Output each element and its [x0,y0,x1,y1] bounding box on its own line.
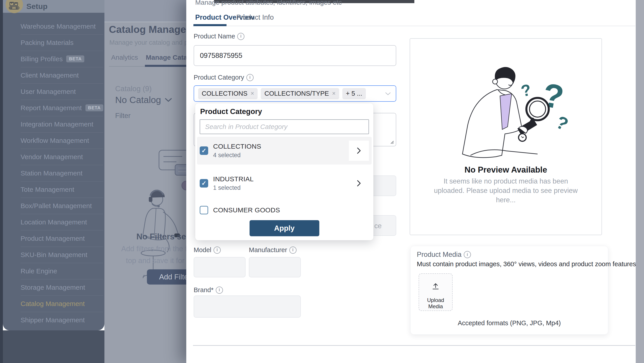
sidebar-item[interactable]: Packing Materials [3,34,104,51]
upload-media-label: Upload Media [419,297,452,310]
sidebar-item[interactable]: Billing Profiles BETA [3,51,104,67]
sidebar-item[interactable]: User Management [3,83,104,100]
catalog-selector-label: No Catalog [115,95,161,105]
checkbox[interactable] [200,179,208,188]
sidebar-item-label: SKU-Bin Management [20,251,87,259]
product-name-input[interactable] [194,45,396,66]
modal-subtitle: Manage product attributes, identifiers, … [195,0,342,6]
tab-product-info[interactable]: Product Info [236,13,274,21]
sidebar-item[interactable]: SKU-Bin Management [3,247,104,263]
sidebar-item[interactable]: Rule Engine [3,263,104,279]
manufacturer-input[interactable] [249,257,301,277]
sidebar-item[interactable]: Workflow Management [3,132,104,149]
no-filters-line1: Add filters from the filt [121,245,192,253]
sidebar-item-label: Integration Management [20,120,93,128]
modal-footer-divider [193,345,635,346]
no-preview-illustration: ? ? ? [444,54,569,159]
sidebar-item[interactable]: Box/Pallet Management [3,198,104,214]
option-texts: INDUSTRIAL 1 selected [213,175,254,191]
chip-label: + 5 ... [346,90,362,97]
upload-icon [432,283,440,290]
sidebar-item-label: Product Management [20,235,85,242]
category-search-input[interactable] [200,119,369,134]
sidebar-item[interactable]: Shipper Management [3,312,104,328]
product-category-label-text: Product Category [194,74,244,81]
category-chip: COLLECTIONS/TYPE × [261,88,339,99]
dimmed-right-strip [636,0,644,363]
category-option[interactable]: CONSUMER GOODS [197,202,372,218]
chevron-down-icon[interactable] [385,92,391,95]
option-selected-count: 1 selected [213,184,254,191]
sidebar-item[interactable]: Catalog Management [3,296,104,312]
sidebar-item-label: Catalog Management [20,300,85,308]
expand-option-button[interactable] [349,173,369,193]
sidebar-item-label: Shipper Management [20,316,85,324]
sidebar-backdrop [3,330,104,363]
sidebar-item[interactable]: Product Management [3,230,104,247]
checkbox[interactable] [200,206,208,214]
expand-option-button[interactable] [349,141,369,161]
sidebar-item-label: Tote Management [20,186,74,193]
option-label: INDUSTRIAL [213,175,254,183]
catalog-count: Catalog (9) [115,84,152,93]
model-input[interactable] [194,257,246,277]
checkbox[interactable] [200,146,208,155]
chip-label: COLLECTIONS/TYPE [264,90,329,97]
catalog-selector[interactable]: No Catalog [115,95,172,105]
sidebar-item[interactable]: Integration Management [3,116,104,132]
category-chip-more[interactable]: + 5 ... [342,88,366,99]
brand-input[interactable] [194,296,301,318]
accepted-formats: Accepted formats (PNG, JPG, Mp4) [410,320,608,327]
sidebar-item-label: Rule Engine [20,267,57,275]
category-option[interactable]: COLLECTIONS 4 selected [197,137,372,165]
product-media-label-text: Product Media [417,251,462,259]
no-filters-line2: top and save it for fut [126,256,195,265]
option-label: COLLECTIONS [213,143,261,150]
remove-chip-icon[interactable]: × [332,90,336,97]
apply-button[interactable]: Apply [250,220,319,236]
remove-chip-icon[interactable]: × [251,90,254,97]
info-icon[interactable]: i [246,74,254,81]
sidebar-item-label: Station Management [20,169,82,177]
sidebar-menu: Warehouse Management Packing Materials B… [3,13,104,328]
brand-label-text: Brand* [194,286,214,294]
info-icon[interactable]: i [237,33,244,40]
upload-media-dropzone[interactable]: Upload Media [418,273,452,311]
product-category-select[interactable]: COLLECTIONS × COLLECTIONS/TYPE × + 5 ... [194,85,396,102]
category-option[interactable]: INDUSTRIAL 1 selected [197,169,372,197]
chip-label: COLLECTIONS [202,90,248,97]
sidebar-item[interactable]: Report Management BETA [3,100,104,116]
dropdown-title: Product Category [200,107,262,116]
sidebar-item-label: Vendor Management [20,153,83,161]
setup-avatar [6,0,23,13]
sidebar-item-label: Client Management [20,71,79,79]
product-media-card: Product Media i Must contain product ima… [410,246,608,335]
sidebar-item[interactable]: Storage Management [3,279,104,296]
no-preview-line3: here... [410,196,602,204]
option-label: CONSUMER GOODS [213,206,280,214]
sidebar-item[interactable]: Warehouse Management [3,18,104,34]
product-name-label-text: Product Name [194,33,235,40]
sidebar-item[interactable]: Station Management [3,165,104,181]
sidebar-item[interactable]: Tote Management [3,181,104,198]
sidebar-item-label: Location Management [20,218,87,226]
info-icon[interactable]: i [464,251,471,258]
manufacturer-label: Manufacturer i [249,246,296,254]
manufacturer-label-text: Manufacturer [249,246,287,254]
info-icon[interactable]: i [216,287,223,294]
option-selected-count: 4 selected [213,152,261,159]
sidebar-item[interactable]: Client Management [3,67,104,83]
sidebar-item[interactable]: Vendor Management [3,149,104,165]
resize-handle-icon[interactable] [389,139,394,144]
sidebar-item[interactable]: Location Management [3,214,104,230]
model-label-text: Model [194,246,211,254]
info-icon[interactable]: i [289,247,296,254]
svg-text:?: ? [519,80,533,100]
chevron-right-icon [357,180,361,187]
info-icon[interactable]: i [214,247,221,254]
product-name-label: Product Name i [194,33,244,40]
option-texts: CONSUMER GOODS [213,206,280,214]
model-label: Model i [194,246,221,254]
category-chip: COLLECTIONS × [198,88,258,99]
tab-analytics[interactable]: Analytics [111,54,138,61]
